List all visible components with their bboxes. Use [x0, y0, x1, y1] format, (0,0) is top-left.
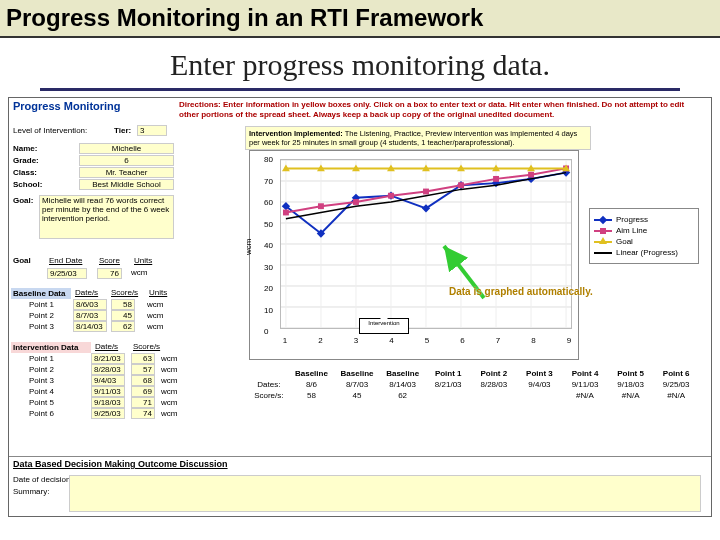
table-cell: Baseline: [334, 368, 380, 379]
baseline-pt3-label: Point 3: [29, 322, 54, 331]
baseline-pt3-units: wcm: [147, 322, 163, 331]
intvn-pt-date[interactable]: 8/21/03: [91, 353, 125, 364]
goal-end-date[interactable]: 9/25/03: [47, 268, 87, 279]
goal-text[interactable]: Michelle will read 76 words correct per …: [39, 195, 174, 239]
intvn-pt-label: Point 1: [29, 354, 54, 363]
svg-rect-30: [388, 193, 394, 199]
intvn-pt-date[interactable]: 9/4/03: [91, 375, 125, 386]
table-cell: 9/11/03: [562, 379, 608, 390]
table-cell: 9/25/03: [653, 379, 699, 390]
x-tick: 1: [283, 336, 287, 345]
intvn-pt-label: Point 2: [29, 365, 54, 374]
intvn-pt-score[interactable]: 69: [131, 386, 155, 397]
discussion-body[interactable]: [69, 475, 701, 512]
baseline-pt1-units: wcm: [147, 300, 163, 309]
tier-label: Tier:: [114, 126, 131, 135]
y-axis-label: wcm: [244, 239, 253, 255]
goal-row-hdr: Goal: [13, 256, 31, 265]
baseline-pt1-score[interactable]: 58: [111, 299, 135, 310]
table-cell: 8/7/03: [334, 379, 380, 390]
table-cell: Point 1: [425, 368, 471, 379]
intvn-pt-units: wcm: [161, 387, 177, 396]
intvn-pt-score[interactable]: 68: [131, 375, 155, 386]
intvn-pt-label: Point 4: [29, 387, 54, 396]
baseline-pt1-label: Point 1: [29, 300, 54, 309]
grade-label: Grade:: [13, 156, 39, 165]
table-cell: Dates:: [249, 379, 289, 390]
intvn-pt-label: Point 6: [29, 409, 54, 418]
school-value[interactable]: Best Middle School: [79, 179, 174, 190]
slide-title: Progress Monitoring in an RTI Framework: [0, 0, 720, 38]
intvn-pt-score[interactable]: 57: [131, 364, 155, 375]
table-cell: [517, 390, 563, 401]
table-cell: #N/A: [608, 390, 654, 401]
class-value[interactable]: Mr. Teacher: [79, 167, 174, 178]
intvn-pt-label: Point 3: [29, 376, 54, 385]
baseline-pt3-score[interactable]: 62: [111, 321, 135, 332]
baseline-pt3-date[interactable]: 8/14/03: [73, 321, 107, 332]
name-value[interactable]: Michelle: [79, 143, 174, 154]
baseline-pt2-date[interactable]: 8/7/03: [73, 310, 107, 321]
table-cell: Point 3: [517, 368, 563, 379]
y-tick: 80: [264, 155, 273, 164]
legend-label: Goal: [616, 237, 633, 246]
goal-units: wcm: [131, 268, 147, 277]
legend-item-progress: Progress: [594, 215, 694, 224]
y-tick: 60: [264, 198, 273, 207]
svg-rect-34: [528, 172, 534, 178]
sheet-heading: Progress Monitoring: [13, 100, 121, 112]
y-tick: 50: [264, 219, 273, 228]
score-hdr: Score: [99, 256, 120, 265]
y-tick: 0: [264, 327, 268, 336]
summary-label: Summary:: [13, 487, 49, 496]
table-cell: Point 2: [471, 368, 517, 379]
legend-item-goal: Goal: [594, 237, 694, 246]
intvn-pt-date[interactable]: 8/28/03: [91, 364, 125, 375]
intvn-col-date: Date/s: [95, 342, 118, 351]
table-cell: Score/s:: [249, 390, 289, 401]
subtitle-underline: [40, 88, 680, 91]
goal-label: Goal:: [13, 196, 33, 205]
x-tick: 3: [354, 336, 358, 345]
table-cell: 8/6: [289, 379, 335, 390]
table-cell: 9/4/03: [517, 379, 563, 390]
chart-grid: [280, 159, 572, 329]
intvn-pt-units: wcm: [161, 398, 177, 407]
table-cell: 8/28/03: [471, 379, 517, 390]
chart-legend: Progress Aim Line Goal Linear (Progress): [589, 208, 699, 264]
table-cell: 9/18/03: [608, 379, 654, 390]
level-of-intervention-label: Level of Intervention:: [13, 126, 87, 135]
intervention-callout-box: Intervention: [359, 318, 409, 334]
svg-rect-28: [318, 203, 324, 209]
intvn-pt-date[interactable]: 9/25/03: [91, 408, 125, 419]
grade-value[interactable]: 6: [79, 155, 174, 166]
legend-label: Aim Line: [616, 226, 647, 235]
table-cell: Point 4: [562, 368, 608, 379]
baseline-pt1-date[interactable]: 8/6/03: [73, 299, 107, 310]
svg-rect-31: [423, 189, 429, 195]
table-cell: Baseline: [289, 368, 335, 379]
goal-score[interactable]: 76: [97, 268, 122, 279]
intvn-pt-date[interactable]: 9/18/03: [91, 397, 125, 408]
intvn-pt-score[interactable]: 71: [131, 397, 155, 408]
intvn-pt-date[interactable]: 9/11/03: [91, 386, 125, 397]
legend-item-aimline: Aim Line: [594, 226, 694, 235]
spreadsheet-area: Progress Monitoring Directions: Enter in…: [8, 97, 712, 517]
intervention-implemented-text[interactable]: Intervention Implemented: The Listening,…: [245, 126, 591, 150]
baseline-pt2-units: wcm: [147, 311, 163, 320]
intvn-pt-units: wcm: [161, 376, 177, 385]
data-graphed-callout: Data is graphed automatically.: [449, 286, 593, 297]
table-cell: [471, 390, 517, 401]
intvn-pt-score[interactable]: 74: [131, 408, 155, 419]
baseline-pt2-score[interactable]: 45: [111, 310, 135, 321]
intvn-pt-score[interactable]: 63: [131, 353, 155, 364]
x-tick: 7: [496, 336, 500, 345]
decision-date-label: Date of decision:: [13, 475, 73, 484]
table-cell: #N/A: [653, 390, 699, 401]
tier-value[interactable]: 3: [137, 125, 167, 136]
discussion-header: Data Based Decision Making Outcome Discu…: [13, 459, 228, 469]
chart-plot: [281, 160, 571, 328]
baseline-col-units: Units: [149, 288, 167, 297]
intvn-col-score: Score/s: [133, 342, 160, 351]
table-cell: Point 6: [653, 368, 699, 379]
